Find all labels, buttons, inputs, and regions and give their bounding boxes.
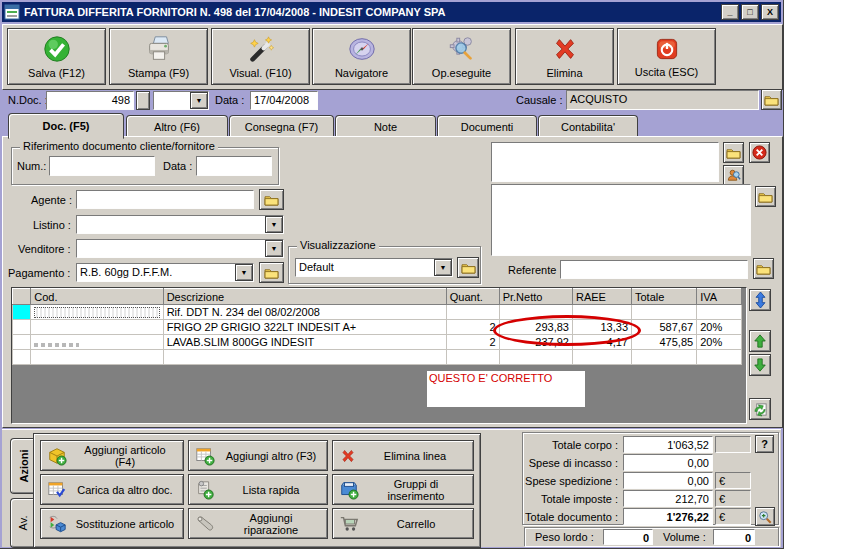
navigator-button[interactable]: Navigatore xyxy=(312,28,411,85)
save-check-icon xyxy=(42,34,72,64)
close-button[interactable]: X xyxy=(761,4,779,20)
refresh-lines-button[interactable] xyxy=(749,398,771,420)
add-other-button[interactable]: Aggiungi altro (F3) xyxy=(188,440,328,471)
tab-doc[interactable]: Doc. (F5) xyxy=(8,113,124,139)
rif-data-input[interactable] xyxy=(196,156,272,176)
ndoc-spin-button[interactable] xyxy=(136,91,150,110)
chevron-down-icon[interactable]: ▼ xyxy=(265,240,283,257)
quant-header[interactable]: Quant. xyxy=(446,289,499,305)
iva-cell: 20% xyxy=(697,335,742,350)
cod-cell xyxy=(31,335,163,350)
quant-cell xyxy=(446,350,499,365)
window-title: FATTURA DIFFERITA FORNITORI N. 498 del 1… xyxy=(24,6,719,18)
fornitore-search-button[interactable] xyxy=(723,165,744,186)
cod-cell xyxy=(31,350,163,365)
chevron-down-icon[interactable]: ▼ xyxy=(265,216,283,233)
delete-button[interactable]: Elimina xyxy=(515,28,614,85)
totals-groupbox: Totale corpo : 1'063,52 ? Spese di incas… xyxy=(522,432,779,525)
iva-header[interactable]: IVA xyxy=(697,289,742,305)
peso-lordo-value[interactable]: 0 xyxy=(603,529,653,545)
causale-input[interactable]: ACQUISTO xyxy=(566,90,759,110)
operations-button[interactable]: Op.eseguite xyxy=(412,28,511,85)
replace-article-label: Sostituzione articolo xyxy=(73,518,177,530)
raee-header[interactable]: RAEE xyxy=(572,289,631,305)
chevron-down-icon[interactable]: ▼ xyxy=(190,92,208,109)
move-row-button[interactable] xyxy=(749,289,771,311)
spese-incasso-value: 0,00 xyxy=(623,454,713,471)
print-button[interactable]: Stampa (F9) xyxy=(109,28,208,85)
quick-list-button[interactable]: Lista rapida xyxy=(188,474,328,505)
totals-zoom-button[interactable] xyxy=(755,507,775,526)
folder-icon xyxy=(726,147,741,159)
load-doc-icon xyxy=(47,480,67,500)
preview-button[interactable]: Visual. (F10) xyxy=(211,28,310,85)
iva-cell xyxy=(697,350,742,365)
address-folder-button[interactable] xyxy=(755,186,776,207)
chevron-down-icon[interactable]: ▼ xyxy=(235,264,253,281)
load-from-doc-button[interactable]: Carica da altro doc. xyxy=(40,474,184,505)
fornitore-clear-button[interactable] xyxy=(749,142,770,163)
totale-header[interactable]: Totale xyxy=(632,289,697,305)
add-article-label: Aggiungi articolo (F4) xyxy=(73,444,177,468)
add-article-button[interactable]: Aggiungi articolo (F4) xyxy=(40,440,184,471)
cart-button[interactable]: Carrello xyxy=(332,508,474,539)
tab-documenti[interactable]: Documenti xyxy=(437,115,537,137)
pagamento-combo[interactable]: R.B. 60gg D.F.F.M. ▼ xyxy=(76,263,254,282)
replace-article-button[interactable]: Sostituzione articolo xyxy=(40,508,184,539)
move-down-button[interactable] xyxy=(749,354,771,376)
insert-groups-button[interactable]: Gruppi di inserimento xyxy=(332,474,474,505)
pagamento-folder-button[interactable] xyxy=(259,262,284,283)
maximize-button[interactable]: □ xyxy=(741,4,759,20)
tab-av[interactable]: Av. xyxy=(10,498,35,548)
visualizzazione-group-title: Visualizzazione xyxy=(297,239,379,252)
venditore-combo[interactable]: ▼ xyxy=(76,239,284,258)
fornitore-address-box[interactable] xyxy=(491,184,751,256)
table-row[interactable] xyxy=(13,350,742,365)
row-selector[interactable] xyxy=(13,335,31,350)
tab-azioni[interactable]: Azioni xyxy=(10,438,35,494)
exit-button[interactable]: Uscita (ESC) xyxy=(617,28,716,85)
data-label: Data : xyxy=(215,94,244,106)
row-selector[interactable] xyxy=(13,320,31,335)
visualizzazione-combo[interactable]: Default ▼ xyxy=(295,258,453,277)
fornitore-folder-button[interactable] xyxy=(723,142,744,163)
desc-header[interactable]: Descrizione xyxy=(163,289,446,305)
visualizzazione-folder-button[interactable] xyxy=(457,257,479,278)
doc-type-combo[interactable]: ▼ xyxy=(153,91,209,110)
save-button[interactable]: Salva (F12) xyxy=(7,28,106,85)
listino-combo[interactable]: ▼ xyxy=(76,215,284,234)
delete-line-button[interactable]: Elimina linea xyxy=(332,440,474,471)
minimize-button[interactable]: _ xyxy=(721,4,739,20)
data-input[interactable]: 17/04/2008 xyxy=(250,91,318,110)
agente-folder-button[interactable] xyxy=(259,189,284,210)
causale-folder-button[interactable] xyxy=(761,89,782,110)
ndoc-input[interactable]: 498 xyxy=(46,91,134,110)
red-circle-annotation xyxy=(493,315,641,346)
row-selector[interactable] xyxy=(13,350,31,365)
row-selector-active[interactable] xyxy=(13,305,31,320)
totale-cell: 475,85 xyxy=(632,335,697,350)
volume-value[interactable]: 0 xyxy=(713,529,755,545)
cod-header[interactable]: Cod. xyxy=(31,289,163,305)
fornitore-name-box[interactable] xyxy=(491,142,719,182)
peso-lordo-label: Peso lordo : xyxy=(535,531,594,543)
num-input[interactable] xyxy=(49,156,155,176)
help-button[interactable]: ? xyxy=(755,435,774,453)
referente-folder-button[interactable] xyxy=(753,258,774,279)
move-up-button[interactable] xyxy=(749,330,771,352)
riferimento-groupbox: Riferimento documento cliente/fornitore … xyxy=(11,147,279,185)
bottom-section: Azioni Av. Aggiungi articolo (F4) Aggiun… xyxy=(2,429,781,547)
totale-cell xyxy=(632,350,697,365)
table-row[interactable]: Rif. DDT N. 234 del 08/02/2008 xyxy=(13,305,742,320)
agente-input[interactable] xyxy=(76,190,254,209)
add-repair-button[interactable]: Aggiungi riparazione xyxy=(188,508,328,539)
totale-corpo-extra xyxy=(715,436,751,453)
tab-contabilita[interactable]: Contabilita' xyxy=(538,115,638,137)
tab-altro[interactable]: Altro (F6) xyxy=(126,115,228,137)
tab-note[interactable]: Note xyxy=(335,115,436,137)
prnetto-header[interactable]: Pr.Netto xyxy=(499,289,572,305)
tab-consegna[interactable]: Consegna (F7) xyxy=(229,115,334,137)
referente-input[interactable] xyxy=(560,260,748,279)
desc-cell xyxy=(163,350,446,365)
chevron-down-icon[interactable]: ▼ xyxy=(434,259,452,276)
